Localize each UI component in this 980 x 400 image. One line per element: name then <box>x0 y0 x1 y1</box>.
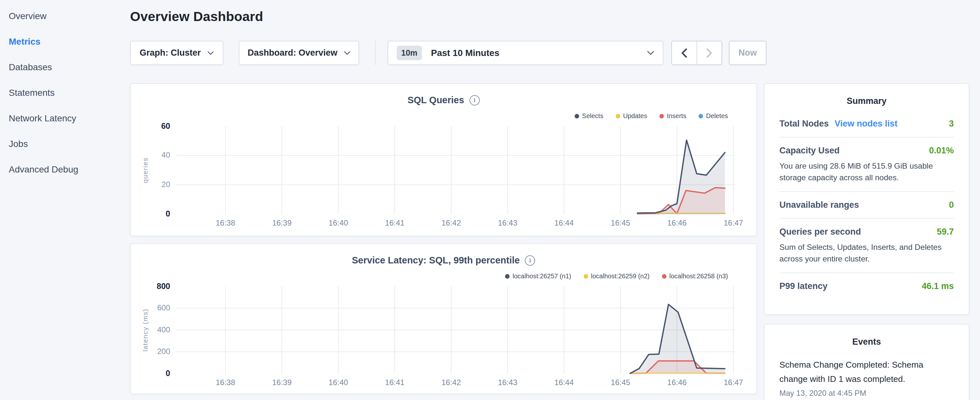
summary-row-label: Queries per second <box>780 227 861 237</box>
controls-divider <box>375 41 375 65</box>
info-icon[interactable]: i <box>469 95 480 105</box>
legend-item-localhost-26259-n2-[interactable]: localhost:26259 (n2) <box>584 273 650 280</box>
legend-dot-icon <box>616 114 620 118</box>
summary-row: Capacity Used0.01%You are using 28.6 MiB… <box>780 137 954 191</box>
chart-title: Service Latency: SQL, 99th percentile <box>352 255 520 266</box>
chart-legend: localhost:26257 (n1)localhost:26259 (n2)… <box>505 273 728 280</box>
chevron-right-icon <box>706 48 713 58</box>
x-axis-tick: 16:40 <box>316 378 361 387</box>
x-axis-tick: 16:45 <box>598 218 643 228</box>
x-axis-tick: 16:39 <box>259 378 304 387</box>
y-axis-label: queries <box>138 126 152 214</box>
service-latency-chart-card: Service Latency: SQL, 99th percentile i … <box>130 243 757 394</box>
sidebar-item-metrics[interactable]: Metrics <box>0 29 123 54</box>
event-text: Schema Change Completed: Schema change w… <box>780 358 940 386</box>
legend-label: Selects <box>582 112 603 120</box>
summary-row-value: 0 <box>949 200 954 210</box>
chart-title: SQL Queries <box>407 95 464 105</box>
chevron-down-icon <box>207 51 214 55</box>
chart-legend: SelectsUpdatesInsertsDeletes <box>574 112 728 120</box>
x-axis-tick: 16:42 <box>429 218 474 228</box>
x-axis-tick: 16:47 <box>711 218 756 228</box>
summary-row-label: Total Nodes <box>780 119 829 129</box>
chevron-down-icon <box>647 51 654 55</box>
chevron-left-icon <box>681 48 688 58</box>
now-button-label: Now <box>739 48 757 58</box>
page-title: Overview Dashboard <box>130 9 263 24</box>
legend-label: localhost:26257 (n1) <box>512 273 571 280</box>
summary-row-label: P99 latency <box>780 281 827 291</box>
legend-item-updates[interactable]: Updates <box>616 112 648 120</box>
graph-dropdown[interactable]: Graph: Cluster <box>130 41 223 65</box>
legend-dot-icon <box>584 274 588 279</box>
x-axis-tick: 16:42 <box>429 378 474 387</box>
legend-label: Inserts <box>667 112 686 120</box>
x-axis-tick: 16:44 <box>541 218 587 228</box>
sql-queries-chart-card: SQL Queries i SelectsUpdatesInsertsDelet… <box>130 83 757 236</box>
sidebar-item-advanced-debug[interactable]: Advanced Debug <box>0 157 123 182</box>
view-nodes-link[interactable]: View nodes list <box>835 119 898 129</box>
info-icon[interactable]: i <box>525 255 535 266</box>
summary-row: Unavailable ranges0 <box>780 191 954 218</box>
summary-title: Summary <box>765 96 969 106</box>
legend-label: localhost:26259 (n2) <box>591 273 650 280</box>
x-axis-tick: 16:45 <box>598 378 643 387</box>
time-range-label: Past 10 Minutes <box>431 48 641 58</box>
summary-row-label: Capacity Used <box>780 146 840 156</box>
x-axis-tick: 16:41 <box>372 218 417 228</box>
x-axis-tick: 16:46 <box>654 218 700 228</box>
events-panel: Events Schema Change Completed: Schema c… <box>764 324 969 400</box>
y-axis-label: latency (ms) <box>138 287 152 373</box>
time-range-selector[interactable]: 10m Past 10 Minutes <box>388 41 663 65</box>
time-step-buttons <box>671 41 722 65</box>
x-axis-tick: 16:38 <box>203 218 248 228</box>
legend-dot-icon <box>574 114 579 118</box>
summary-row-value: 3 <box>949 119 954 129</box>
x-axis-tick: 16:46 <box>654 378 700 387</box>
legend-dot-icon <box>659 114 664 118</box>
dashboard-dropdown-label: Dashboard: Overview <box>248 48 337 58</box>
events-title: Events <box>765 337 969 347</box>
summary-row-description: You are using 28.6 MiB of 515.9 GiB usab… <box>780 160 954 183</box>
sidebar-item-overview[interactable]: Overview <box>0 3 123 29</box>
summary-row-description: Sum of Selects, Updates, Inserts, and De… <box>780 241 954 265</box>
summary-row-label: Unavailable ranges <box>780 200 859 210</box>
x-axis-tick: 16:38 <box>203 378 248 387</box>
event-timestamp: May 13, 2020 at 4:45 PM <box>780 389 954 398</box>
chart-plot-area[interactable] <box>176 126 735 215</box>
x-axis-tick: 16:43 <box>485 218 530 228</box>
legend-label: localhost:26258 (n3) <box>670 273 728 280</box>
x-axis-tick: 16:43 <box>485 378 530 387</box>
legend-item-localhost-26257-n1-[interactable]: localhost:26257 (n1) <box>505 273 571 280</box>
legend-dot-icon <box>505 274 509 279</box>
chart-plot-area[interactable] <box>176 287 735 375</box>
legend-label: Updates <box>623 112 648 120</box>
legend-item-deletes[interactable]: Deletes <box>698 112 728 120</box>
legend-item-localhost-26258-n3-[interactable]: localhost:26258 (n3) <box>662 273 728 280</box>
legend-item-selects[interactable]: Selects <box>574 112 603 120</box>
sidebar-item-statements[interactable]: Statements <box>0 80 123 105</box>
prev-range-button[interactable] <box>672 41 697 64</box>
legend-dot-icon <box>662 274 667 279</box>
summary-row: P99 latency46.1 ms <box>780 273 954 300</box>
graph-dropdown-label: Graph: Cluster <box>140 48 200 58</box>
time-range-badge: 10m <box>397 46 422 60</box>
now-button[interactable]: Now <box>729 41 767 65</box>
sidebar-item-jobs[interactable]: Jobs <box>0 131 123 157</box>
x-axis-tick: 16:47 <box>711 378 756 387</box>
dashboard-dropdown[interactable]: Dashboard: Overview <box>239 41 359 65</box>
event-item[interactable]: Schema Change Completed: Schema change w… <box>765 347 969 398</box>
sidebar-item-network-latency[interactable]: Network Latency <box>0 105 123 131</box>
summary-row-value: 0.01% <box>929 146 954 156</box>
sidebar-item-databases[interactable]: Databases <box>0 54 123 80</box>
summary-panel: Summary Total NodesView nodes list3Capac… <box>764 83 969 315</box>
chevron-down-icon <box>344 51 350 55</box>
x-axis-tick: 16:40 <box>316 218 361 228</box>
summary-row-value: 59.7 <box>937 227 954 237</box>
x-axis-tick: 16:44 <box>541 378 587 387</box>
x-axis-tick: 16:41 <box>372 378 417 387</box>
sidebar: OverviewMetricsDatabasesStatementsNetwor… <box>0 0 123 182</box>
legend-item-inserts[interactable]: Inserts <box>659 112 686 120</box>
summary-row-value: 46.1 ms <box>922 281 954 291</box>
next-range-button[interactable] <box>697 41 722 64</box>
